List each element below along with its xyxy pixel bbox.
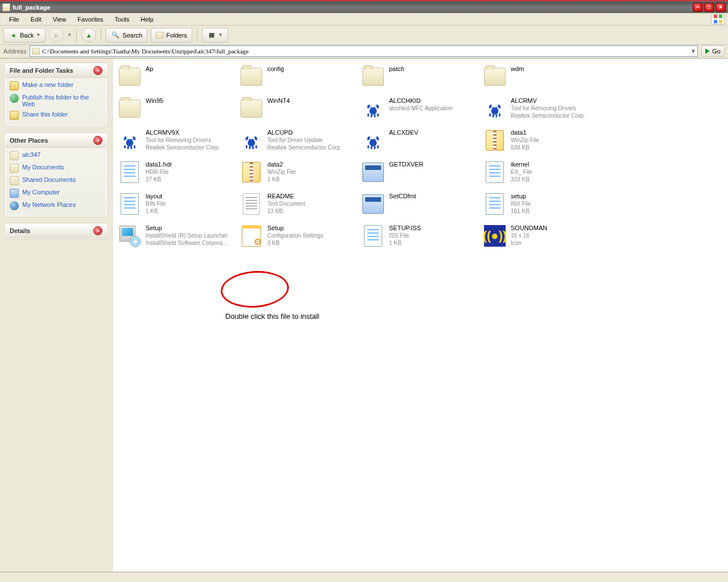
globe-icon (10, 94, 19, 103)
menubar: File Edit View Favorites Tools Help (0, 13, 728, 26)
file-name: wdm (511, 65, 524, 73)
up-button[interactable]: ▲ (81, 28, 96, 43)
file-item[interactable]: SetupInstallShield (R) Setup LauncherIns… (117, 223, 237, 251)
file-text: patch (389, 65, 404, 73)
svg-rect-10 (495, 114, 497, 118)
address-input[interactable] (42, 48, 688, 55)
status-bar (0, 572, 728, 582)
file-meta: WinZip File (511, 136, 539, 144)
file-item[interactable]: READMEText Document13 KB (239, 192, 358, 219)
minimize-button[interactable]: – (693, 3, 703, 12)
folder-icon (483, 65, 506, 88)
back-button[interactable]: ◄ Back ▼ (3, 28, 46, 43)
search-button[interactable]: 🔍 Search (106, 28, 147, 43)
other-place-my-computer[interactable]: My Computer (10, 189, 102, 198)
file-text: SetupInstallShield (R) Setup LauncherIns… (146, 225, 228, 247)
menu-help[interactable]: Help (135, 15, 159, 24)
forward-button[interactable]: ► (49, 28, 64, 43)
file-item[interactable]: ALCRMVTool for Removing DriversRealtek S… (482, 96, 602, 123)
file-item[interactable]: ALCUPDTool for Driver UpdateRealtek Semi… (239, 128, 358, 155)
go-arrow-icon (705, 48, 710, 54)
file-name: WinNT4 (267, 97, 290, 105)
file-item[interactable]: data1.hdrHDR File27 KB (117, 160, 237, 187)
file-item[interactable]: data2WinZip File1 KB (239, 160, 358, 187)
address-folder-icon (32, 48, 40, 55)
close-button[interactable]: × (715, 3, 726, 12)
file-text: SOUNDMAN16 x 16Icon (511, 225, 547, 247)
file-name: data2 (267, 161, 296, 168)
menu-favorites[interactable]: Favorites (72, 15, 109, 24)
up-folder-icon: ▲ (84, 31, 93, 40)
file-item[interactable]: setupINX File161 KB (482, 192, 602, 219)
svg-point-14 (126, 139, 134, 147)
publish-web-link[interactable]: Publish this folder to the Web (10, 94, 102, 107)
file-meta: Realtek Semiconductor Corp. (146, 144, 220, 151)
file-item[interactable]: GETDXVER (361, 160, 480, 187)
menu-view[interactable]: View (47, 15, 72, 24)
svg-point-26 (249, 139, 251, 140)
menu-tools[interactable]: Tools (109, 15, 135, 24)
other-place-shared-documents[interactable]: Shared Documents (10, 176, 102, 185)
annotation-text: Double click this file to install (225, 312, 319, 321)
file-item[interactable]: ((●))SOUNDMAN16 x 16Icon (482, 223, 602, 251)
address-dropdown-icon[interactable]: ▼ (690, 48, 696, 54)
file-text: wdm (511, 65, 524, 73)
doc-icon (118, 161, 141, 184)
file-name: SETUP.ISS (389, 225, 421, 232)
file-item[interactable]: SETUP.ISSISS File1 KB (361, 223, 480, 251)
file-item[interactable]: ALCCHKIDalcchkid MFC Application (361, 96, 480, 123)
file-meta: alcchkid MFC Application (389, 105, 453, 112)
file-name: layout (146, 193, 166, 200)
svg-point-34 (374, 139, 375, 140)
other-place-my-documents[interactable]: My Documents (10, 164, 102, 173)
file-item[interactable]: patch (361, 64, 480, 92)
file-folder-tasks-header[interactable]: File and Folder Tasks « (5, 64, 107, 78)
file-item[interactable]: SetCDfmt (361, 192, 480, 219)
crab-icon (483, 97, 506, 120)
svg-point-6 (374, 107, 375, 109)
file-text: layoutBIN File1 KB (146, 193, 166, 215)
file-text: data1WinZip File839 KB (511, 129, 539, 151)
file-text: SetupConfiguration Settings3 KB (267, 225, 323, 247)
file-item[interactable]: config (239, 64, 358, 92)
file-item[interactable]: WinNT4 (239, 96, 358, 123)
file-item[interactable]: data1WinZip File839 KB (482, 128, 602, 155)
svg-rect-29 (367, 146, 369, 149)
file-meta: 3 KB (267, 239, 323, 247)
file-item[interactable]: Ap (117, 64, 237, 92)
other-places-header[interactable]: Other Places « (5, 134, 107, 148)
file-meta: InstallShield Software Corpora... (146, 239, 228, 247)
maximize-button[interactable]: □ (704, 3, 714, 12)
file-name: GETDXVER (389, 161, 424, 168)
file-item[interactable]: wdm (482, 64, 602, 92)
file-item[interactable]: Win95 (117, 96, 237, 123)
file-meta: Tool for Removing Drivers (511, 105, 585, 112)
file-item[interactable]: ikernelEX_ File333 KB (482, 160, 602, 187)
share-folder-link[interactable]: Share this folder (10, 111, 102, 120)
file-item[interactable]: ALCRMV9XTool for Removing DriversRealtek… (117, 128, 237, 155)
menu-edit[interactable]: Edit (25, 15, 47, 24)
views-button[interactable]: ▦ ▼ (202, 28, 228, 43)
file-meta: Icon (511, 239, 547, 247)
views-caret-icon: ▼ (218, 32, 223, 38)
other-place-my-network[interactable]: My Network Places (10, 201, 102, 210)
toolbar: ◄ Back ▼ ► ▼ ▲ 🔍 Search Folders ▦ ▼ (0, 26, 728, 45)
svg-point-5 (371, 107, 373, 109)
file-name: README (267, 193, 305, 200)
svg-point-20 (130, 139, 132, 140)
doc-icon (483, 193, 506, 215)
details-header[interactable]: Details » (5, 224, 107, 238)
file-name: patch (389, 65, 404, 73)
file-item[interactable]: SetupConfiguration Settings3 KB (239, 223, 358, 251)
toolbar-separator (76, 28, 77, 42)
file-name: config (267, 65, 284, 73)
go-button[interactable]: Go (701, 45, 725, 57)
forward-caret-icon[interactable]: ▼ (67, 32, 72, 38)
folders-button[interactable]: Folders (151, 28, 192, 43)
file-pane[interactable]: ApconfigpatchwdmWin95WinNT4ALCCHKIDalcch… (113, 59, 728, 572)
file-item[interactable]: ALCXDEV (361, 128, 480, 155)
other-place-alc347[interactable]: alc347 (10, 151, 102, 160)
make-new-folder-link[interactable]: Make a new folder (10, 81, 102, 90)
menu-file[interactable]: File (3, 15, 25, 24)
file-item[interactable]: layoutBIN File1 KB (117, 192, 237, 219)
